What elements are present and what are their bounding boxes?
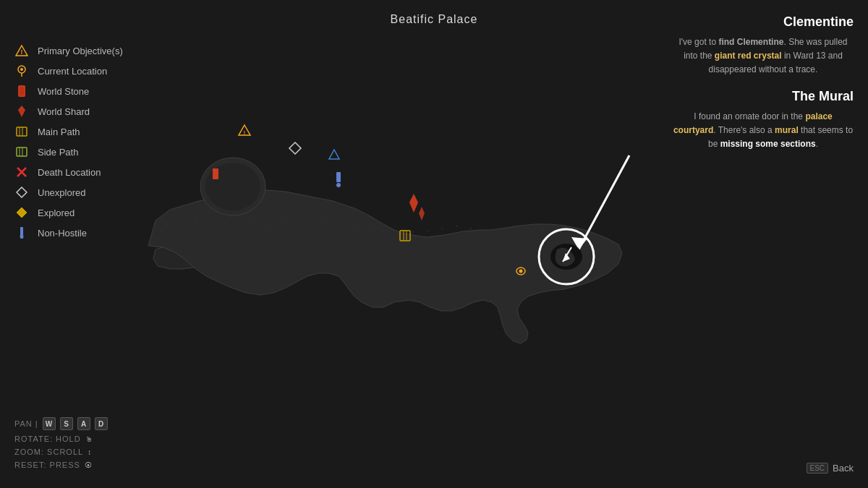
rotate-control: ROTATE: HOLD 🖱 [14, 435, 108, 443]
legend-label: Unexplored [38, 187, 86, 198]
svg-rect-42 [398, 233, 399, 234]
bottom-controls: PAN | W S A D ROTATE: HOLD 🖱 ZOOM: SCROL… [14, 417, 108, 474]
svg-rect-40 [369, 230, 370, 231]
legend-label: Side Path [38, 147, 78, 158]
key-a: A [77, 417, 90, 430]
reset-label: RESET: PRESS [14, 461, 80, 469]
svg-rect-47 [470, 228, 472, 229]
legend-label: Primary Objective(s) [38, 46, 123, 56]
legend-item-unexplored: Unexplored [14, 185, 166, 200]
esc-key-label: ESC [807, 463, 829, 474]
key-s: S [60, 417, 73, 430]
right-panel: Clementine I've got to find Clementine. … [665, 0, 868, 163]
svg-rect-28 [195, 217, 197, 218]
svg-rect-49 [499, 228, 501, 229]
worldstone-icon [14, 84, 29, 98]
map-title: Beatific Palace [391, 13, 478, 26]
svg-rect-8 [20, 87, 24, 95]
legend-item-primary-objective: ! Primary Objective(s) [14, 43, 166, 58]
back-label: Back [833, 463, 854, 474]
svg-rect-63 [336, 172, 341, 182]
legend-label: Non-Hostile [38, 228, 87, 239]
death-icon [14, 165, 29, 179]
zoom-control: ZOOM: SCROLL ↕ [14, 448, 108, 456]
svg-rect-44 [427, 230, 428, 231]
nonhostile-icon [14, 226, 29, 240]
legend: ! Primary Objective(s) Current Location … [14, 43, 166, 246]
svg-rect-26 [166, 224, 168, 226]
svg-text:!: ! [244, 130, 245, 135]
svg-rect-14 [17, 147, 27, 156]
legend-item-world-stone: World Stone [14, 84, 166, 98]
legend-item-death-location: Death Location [14, 165, 166, 179]
svg-point-22 [20, 235, 24, 239]
svg-rect-52 [542, 230, 544, 231]
legend-label: Main Path [38, 127, 80, 137]
svg-rect-55 [213, 168, 218, 179]
svg-marker-19 [17, 187, 27, 197]
key-d: D [95, 417, 108, 430]
sidepath-icon [14, 145, 29, 159]
reset-control: RESET: PRESS ⦿ [14, 461, 108, 469]
svg-rect-38 [340, 228, 341, 229]
quest-mural-text: I found an ornate door in the palace cou… [673, 110, 854, 152]
svg-rect-37 [326, 223, 327, 224]
mouse-right-icon: 🖱 [85, 435, 93, 443]
legend-item-non-hostile: Non-Hostile [14, 226, 166, 240]
svg-rect-50 [514, 226, 515, 227]
middle-click-icon: ⦿ [85, 461, 93, 469]
quest-clementine-title: Clementine [673, 14, 854, 30]
legend-item-world-shard: World Shard [14, 104, 166, 119]
svg-rect-45 [441, 228, 443, 229]
svg-rect-41 [383, 231, 385, 233]
mainpath-icon [14, 124, 29, 139]
key-w: W [43, 417, 56, 430]
svg-marker-20 [17, 207, 27, 218]
rotate-label: ROTATE: HOLD [14, 435, 81, 443]
explored-icon [14, 205, 29, 220]
worldshard-icon [14, 104, 29, 119]
svg-rect-36 [311, 224, 312, 226]
legend-item-current-location: Current Location [14, 64, 166, 78]
svg-rect-35 [297, 228, 298, 229]
svg-rect-39 [354, 226, 356, 227]
legend-label: Death Location [38, 167, 101, 178]
svg-point-66 [519, 270, 523, 273]
svg-rect-33 [268, 224, 269, 226]
legend-item-main-path: Main Path [14, 124, 166, 139]
legend-item-side-path: Side Path [14, 145, 166, 159]
svg-rect-11 [17, 127, 27, 136]
quest-clementine-text: I've got to find Clementine. She was pul… [673, 35, 854, 77]
svg-rect-27 [181, 231, 182, 233]
svg-rect-30 [224, 223, 226, 224]
svg-rect-31 [239, 226, 240, 227]
location-icon [14, 64, 29, 78]
legend-label: World Shard [38, 106, 90, 117]
back-button[interactable]: ESC Back [807, 463, 854, 474]
quest-mural-title: The Mural [673, 89, 854, 104]
zoom-label: ZOOM: SCROLL [14, 448, 83, 456]
svg-rect-32 [253, 221, 255, 222]
scroll-icon: ↕ [88, 448, 92, 456]
svg-rect-34 [282, 223, 284, 224]
legend-item-explored: Explored [14, 205, 166, 220]
svg-point-64 [336, 183, 341, 187]
legend-label: World Stone [38, 86, 89, 97]
svg-text:!: ! [21, 48, 23, 56]
svg-rect-48 [485, 230, 486, 231]
pan-control: PAN | W S A D [14, 417, 108, 430]
unexplored-icon [14, 185, 29, 200]
svg-rect-43 [412, 231, 414, 233]
svg-rect-51 [528, 228, 529, 229]
pan-label: PAN | [14, 419, 38, 428]
warning-icon: ! [14, 43, 29, 58]
legend-label: Current Location [38, 66, 107, 77]
legend-label: Explored [38, 207, 75, 218]
svg-rect-46 [456, 226, 457, 227]
svg-point-5 [20, 68, 23, 71]
svg-rect-29 [210, 228, 211, 229]
